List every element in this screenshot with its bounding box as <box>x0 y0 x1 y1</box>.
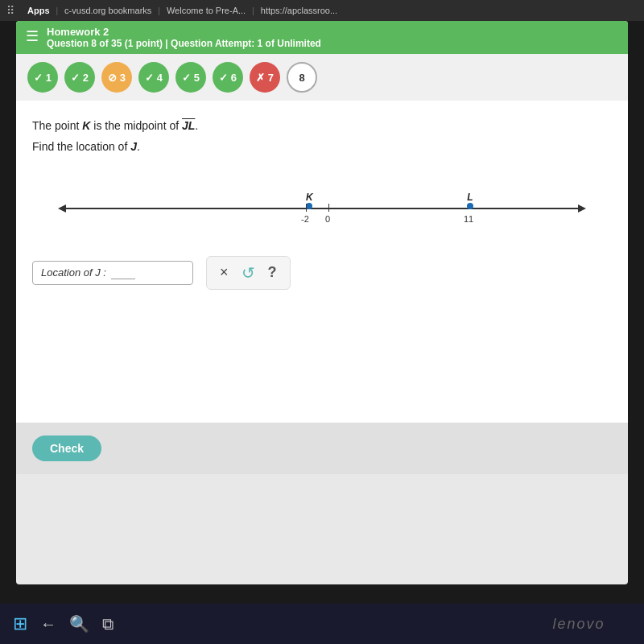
hamburger-menu[interactable]: ☰ <box>26 27 39 45</box>
undo-button[interactable]: ↺ <box>242 263 255 283</box>
tab-welcome[interactable]: Welcome to Pre-A... <box>167 6 246 15</box>
homework-title: Homework 2 <box>47 26 321 38</box>
back-icon[interactable]: ← <box>40 615 56 634</box>
location-input-wrap: Location of J : <box>32 261 193 285</box>
tab-separator: | <box>56 6 59 15</box>
content-area: The point K is the midpoint of JL. Find … <box>16 101 628 423</box>
bubble-8[interactable]: 8 <box>287 62 317 93</box>
question-number: Question 8 of 35 (1 point) <box>47 38 163 49</box>
bubble-2[interactable]: ✓ 2 <box>64 62 95 93</box>
answer-area: Location of J : × ↺ ? <box>32 256 612 290</box>
bottom-section: Check <box>16 423 628 474</box>
bubble-6[interactable]: ✓ 6 <box>213 62 243 93</box>
bubble-5[interactable]: ✓ 5 <box>175 62 206 93</box>
check-button[interactable]: Check <box>32 436 101 461</box>
location-input[interactable] <box>111 266 135 279</box>
question-line1: The point K is the midpoint of JL. <box>32 117 612 134</box>
clear-button[interactable]: × <box>220 264 229 281</box>
tab-separator3: | <box>252 6 254 15</box>
hint-button[interactable]: ? <box>268 264 277 281</box>
browser-top-bar: ⠿ Apps | c-vusd.org bookmarks | Welcome … <box>0 0 644 21</box>
grid-icon: ⠿ <box>6 4 14 17</box>
number-line <box>64 208 580 209</box>
bubble-4[interactable]: ✓ 4 <box>138 62 169 93</box>
tick-minus2 <box>306 204 307 212</box>
header-text: Homework 2 Question 8 of 35 (1 point) | … <box>47 26 321 49</box>
bubble-7[interactable]: ✗ 7 <box>250 62 280 93</box>
tab-apclassroom[interactable]: https://apclassroo... <box>261 6 337 15</box>
lenovo-logo: lenovo <box>552 616 605 633</box>
app-header: ☰ Homework 2 Question 8 of 35 (1 point) … <box>16 21 628 54</box>
tick-zero-label: 0 <box>325 214 330 224</box>
task-view-icon[interactable]: ⧉ <box>102 615 114 634</box>
location-label: Location of J : <box>41 266 106 279</box>
tick-zero <box>328 204 329 212</box>
screen-area: ☰ Homework 2 Question 8 of 35 (1 point) … <box>16 21 628 584</box>
tick-minus2-label: -2 <box>301 214 309 224</box>
taskbar: ⊞ ← 🔍 ⧉ lenovo <box>0 604 644 644</box>
question-info: Question 8 of 35 (1 point) | Question At… <box>47 38 321 49</box>
question-bubbles: ✓ 1 ✓ 2 ⊘ 3 ✓ 4 ✓ 5 ✓ 6 ✗ 7 8 <box>16 54 628 101</box>
number-line-container: K -2 0 L 11 <box>32 175 612 240</box>
point-L: L <box>467 192 473 211</box>
search-icon[interactable]: 🔍 <box>69 614 89 634</box>
browser-tabs: Apps | c-vusd.org bookmarks | Welcome to… <box>27 6 337 15</box>
bubble-3[interactable]: ⊘ 3 <box>101 62 132 93</box>
attempt-info: Question Attempt: 1 of Unlimited <box>171 38 321 49</box>
tab-bookmarks[interactable]: c-vusd.org bookmarks <box>64 6 151 15</box>
point-K: K <box>306 192 313 211</box>
point-L-value: 11 <box>464 214 473 224</box>
bubble-1[interactable]: ✓ 1 <box>27 62 58 93</box>
tab-separator2: | <box>158 6 160 15</box>
tab-apps[interactable]: Apps <box>27 6 50 15</box>
question-line2: Find the location of J. <box>32 138 612 155</box>
action-buttons: × ↺ ? <box>206 256 291 290</box>
windows-icon[interactable]: ⊞ <box>13 613 27 634</box>
